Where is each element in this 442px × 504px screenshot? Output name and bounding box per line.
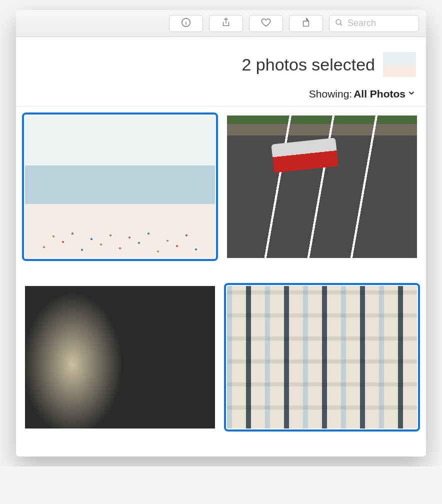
toolbar-button-group xyxy=(169,15,323,32)
rotate-icon xyxy=(300,17,312,30)
filter-dropdown[interactable]: Showing: All Photos xyxy=(26,88,416,100)
photo-grid xyxy=(16,106,426,456)
search-input[interactable] xyxy=(348,18,414,28)
share-icon xyxy=(220,17,232,30)
photos-window: 2 photos selected Showing: All Photos xyxy=(16,10,426,456)
selection-thumbnail xyxy=(383,52,416,77)
chevron-down-icon xyxy=(407,88,416,100)
info-button[interactable] xyxy=(169,15,203,32)
svg-point-2 xyxy=(186,20,186,20)
search-field[interactable] xyxy=(329,15,419,32)
favorite-button[interactable] xyxy=(249,15,283,32)
toolbar xyxy=(16,10,426,37)
svg-rect-3 xyxy=(304,21,309,26)
header: 2 photos selected Showing: All Photos xyxy=(16,37,426,106)
selection-count: 2 photos selected xyxy=(242,55,375,74)
photo-item[interactable] xyxy=(227,116,417,258)
heart-icon xyxy=(260,17,272,30)
filter-value: All Photos xyxy=(354,88,406,100)
search-icon xyxy=(334,18,344,29)
info-icon xyxy=(180,17,192,30)
share-button[interactable] xyxy=(209,15,243,32)
header-top: 2 photos selected xyxy=(26,52,416,77)
photo-item[interactable] xyxy=(227,286,417,428)
svg-line-5 xyxy=(340,24,342,26)
svg-point-4 xyxy=(336,20,341,24)
rotate-button[interactable] xyxy=(289,15,323,32)
photo-item[interactable] xyxy=(25,286,215,428)
photo-item[interactable] xyxy=(25,116,215,258)
filter-label: Showing: xyxy=(309,88,352,100)
